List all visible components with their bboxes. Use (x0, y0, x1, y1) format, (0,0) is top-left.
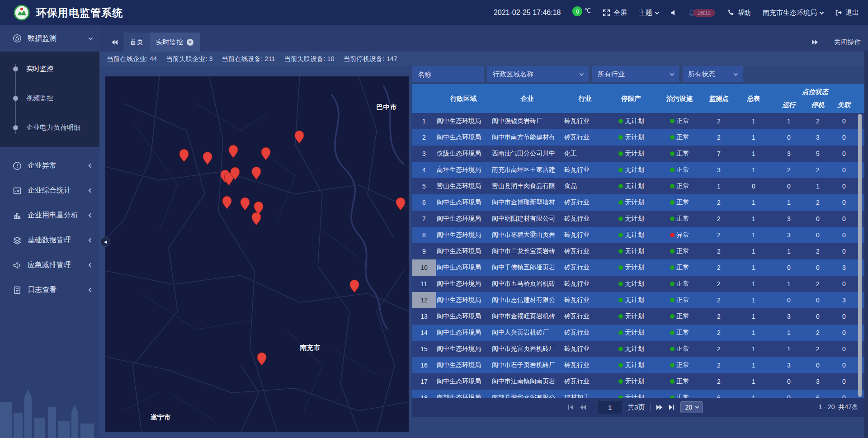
total-meter-cell: 1 (734, 362, 773, 369)
table-row[interactable]: 5 营山生态环境局 营山县润丰肉食品有限 食品 无计划 正常 1 (412, 178, 864, 194)
table-row[interactable]: 18 南部生态环境局 南部县瑞华水泥有限公 建材加工 无计划 正常 6 (412, 390, 864, 398)
sidebar-item-enterprise-statistics[interactable]: 企业综合统计 (0, 178, 99, 203)
lost-count-cell: 0 (831, 134, 857, 141)
fullscreen-button[interactable]: 全屏 (603, 9, 627, 17)
monitor-count-cell: 2 (703, 231, 734, 239)
sidebar-item-enterprise-abnormal[interactable]: 企业异常 (0, 153, 99, 178)
volume-button[interactable] (670, 9, 677, 16)
theme-button[interactable]: 主题 (639, 9, 659, 17)
region-cell: 阆中生态环境局 (436, 264, 491, 272)
table-row[interactable]: 7 阆中生态环境局 阆中明阳建材有限公司 砖瓦行业 无计划 正常 2 (412, 211, 864, 227)
map[interactable]: 巴中市南充市遂宁市 (105, 76, 409, 432)
sidebar-item-realtime-monitor[interactable]: 实时监控 (0, 54, 99, 84)
monitor-count-cell: 2 (703, 280, 734, 287)
table-row[interactable]: 6 阆中生态环境局 阆中市金博瑞新型墙材 砖瓦行业 无计划 正常 2 (412, 194, 864, 211)
sidebar-item-power-load-detail[interactable]: 企业电力负荷明细 (0, 113, 99, 142)
last-page-button[interactable] (668, 404, 675, 410)
production-status-label: 无计划 (625, 264, 644, 272)
table-row[interactable]: 10 阆中生态环境局 阆中千佛镇五郎垭页岩 砖瓦行业 无计划 正常 2 (412, 259, 864, 276)
tabs-scroll-right-button[interactable] (806, 33, 824, 52)
production-status-cell: 无计划 (607, 361, 656, 369)
page-scrollbar[interactable] (864, 51, 868, 438)
org-menu-button[interactable]: 南充市生态环境局 (763, 9, 823, 17)
prev-page-button[interactable] (580, 404, 586, 410)
stat-label: 当前失联设备: (284, 55, 325, 62)
page-size-select[interactable]: 20 (680, 401, 703, 413)
tabs-scroll-left-button[interactable] (106, 33, 123, 52)
facility-status-label: 正常 (677, 296, 689, 304)
panel-collapse-button[interactable]: ◀ (100, 237, 110, 247)
stats-bar: 当前在线企业:44 当前失联企业:3 当前在线设备:211 当前失联设备:10 … (99, 52, 868, 66)
sidebar-item-video-monitor[interactable]: 视频监控 (0, 84, 99, 113)
map-panel[interactable]: 巴中市南充市遂宁市 ◀ (105, 76, 409, 432)
sidebar-item-base-data[interactable]: 基础数据管理 (0, 228, 99, 253)
notification-button[interactable]: 2632 (689, 9, 715, 17)
production-status-label: 无计划 (625, 198, 644, 207)
tab-realtime-monitor[interactable]: 实时监控 ✕ (150, 33, 200, 52)
tab-home[interactable]: 首页 (123, 33, 150, 52)
status-dot-icon (670, 363, 675, 367)
industry-cell: 砖瓦行业 (563, 117, 607, 125)
lost-count-cell: 0 (831, 394, 857, 398)
table-row[interactable]: 2 阆中生态环境局 阆中市南方节能建材有 砖瓦行业 无计划 正常 2 (412, 129, 864, 146)
tab-close-icon[interactable]: ✕ (187, 39, 193, 46)
total-meter-cell: 1 (734, 313, 773, 320)
sidebar-item-emergency-reduction[interactable]: 应急减排管理 (0, 253, 99, 278)
table-row[interactable]: 12 阆中生态环境局 阆中市忠信建材有限公 砖瓦行业 无计划 正常 2 (412, 292, 864, 308)
facility-status-cell: 正常 (656, 345, 703, 353)
table-row[interactable]: 17 阆中生态环境局 阆中市江南镇阆南页岩 砖瓦行业 无计划 正常 2 (412, 373, 864, 390)
volume-icon (670, 9, 677, 16)
industry-filter-value: 所有行业 (598, 70, 625, 79)
map-city-label: 南充市 (300, 344, 321, 351)
facility-status-cell: 正常 (656, 377, 703, 386)
table-row[interactable]: 1 阆中生态环境局 阆中强锐页岩砖厂 砖瓦行业 无计划 正常 2 (412, 113, 864, 129)
fullscreen-icon (603, 9, 610, 17)
logout-button[interactable]: 退出 (835, 9, 859, 17)
lost-count-cell: 3 (831, 264, 857, 271)
production-status-label: 无计划 (625, 296, 644, 304)
production-status-label: 无计划 (625, 182, 644, 190)
theme-label: 主题 (639, 9, 652, 17)
col-header-facility: 治污设施 (656, 84, 703, 113)
page-size-value: 20 (685, 404, 692, 411)
table-body: 1 阆中生态环境局 阆中强锐页岩砖厂 砖瓦行业 无计划 正常 2 (412, 113, 864, 398)
industry-filter-select[interactable]: 所有行业 (592, 66, 679, 82)
status-dot-icon (618, 265, 623, 270)
table-row[interactable]: 3 仪陇生态环境局 西南油气田分公司川中 化工 无计划 正常 7 (412, 146, 864, 162)
status-filter-select[interactable]: 所有状态 (683, 66, 743, 82)
lost-count-cell: 0 (831, 378, 857, 385)
production-status-cell: 无计划 (607, 394, 656, 398)
first-page-button[interactable] (567, 404, 574, 410)
stop-count-cell: 2 (805, 248, 831, 255)
status-dot-icon (670, 217, 675, 221)
sidebar-item-power-analysis[interactable]: 企业用电量分析 (0, 203, 99, 228)
close-operations-button[interactable]: 关闭操作 (834, 38, 861, 47)
table-row[interactable]: 15 阆中生态环境局 阆中市光富页岩机砖厂 砖瓦行业 无计划 正常 2 (412, 341, 864, 357)
table-row[interactable]: 16 阆中生态环境局 阆中市石子页岩机砖厂 砖瓦行业 无计划 正常 2 (412, 357, 864, 373)
facility-status-cell: 正常 (656, 247, 703, 255)
table-row[interactable]: 14 阆中生态环境局 阆中大兴页岩机砖厂 砖瓦行业 无计划 正常 2 (412, 325, 864, 341)
stat-label: 当前在线设备: (222, 55, 263, 62)
table-row[interactable]: 9 阆中生态环境局 阆中市二龙长宝页岩砖 砖瓦行业 无计划 正常 2 (412, 243, 864, 259)
table-row[interactable]: 4 高坪生态环境局 南充市高坪区王家店建 砖瓦行业 无计划 正常 3 (412, 162, 864, 178)
region-filter-select[interactable]: 行政区域名称 (487, 66, 589, 82)
monitor-count-cell: 2 (703, 215, 734, 222)
table-row[interactable]: 8 阆中生态环境局 阆中市枣碧大梁山页岩 砖瓦行业 无计划 异常 2 (412, 227, 864, 243)
page-number-input[interactable] (598, 401, 622, 414)
name-filter-input[interactable] (412, 66, 484, 82)
industry-cell: 砖瓦行业 (563, 215, 607, 223)
lost-count-cell: 3 (831, 297, 857, 304)
table-row[interactable]: 11 阆中生态环境局 阆中市五马桥页岩机砖 砖瓦行业 无计划 正常 2 (412, 276, 864, 292)
next-page-button[interactable] (656, 404, 663, 410)
col-header-region: 行政区域 (436, 84, 491, 113)
facility-status-cell: 正常 (656, 280, 703, 288)
table-scrollbar[interactable] (858, 114, 862, 397)
sidebar-item-log-view[interactable]: 日志查看 (0, 278, 99, 302)
table-row[interactable]: 13 阆中生态环境局 阆中市金福旺页岩机砖 砖瓦行业 无计划 正常 2 (412, 308, 864, 325)
status-dot-icon (618, 200, 623, 205)
production-status-cell: 无计划 (607, 296, 656, 304)
status-dot-icon (618, 396, 623, 398)
chevron-left-icon (89, 288, 93, 292)
help-button[interactable]: 帮助 (727, 9, 751, 17)
sidebar-item-data-monitor[interactable]: 数据监测 (0, 25, 99, 52)
